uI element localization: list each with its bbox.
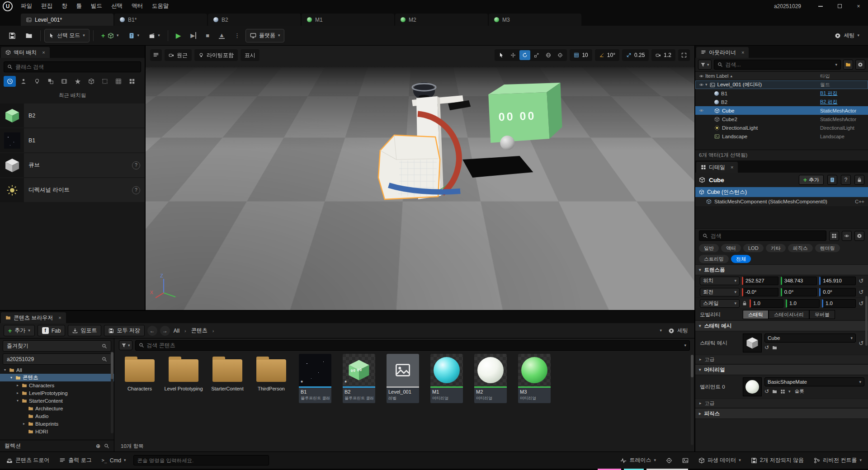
material-dropdown[interactable]: BasicShapeMate▾	[764, 377, 864, 386]
tree-item-blueprints[interactable]: ▸Blueprints	[0, 420, 114, 428]
tab-level-001[interactable]: Level_001*	[21, 14, 113, 26]
section-materials[interactable]: ▾머티리얼	[695, 364, 868, 375]
console-input[interactable]	[133, 455, 269, 465]
grid-scrollbar[interactable]	[691, 355, 693, 445]
eject-button[interactable]: ▲	[215, 29, 229, 42]
tree-item-architecture[interactable]: Architecture	[0, 404, 114, 412]
cinematics-button[interactable]: ▾	[145, 29, 164, 42]
play-button[interactable]: ▶	[172, 29, 185, 42]
tab-outliner[interactable]: 아웃라이너×	[696, 47, 749, 58]
derived-data-button[interactable]: 파생 데이터▾	[696, 455, 744, 466]
select-mode-dropdown[interactable]: 선택 모드▾	[44, 29, 90, 42]
instance-row[interactable]: Cube (인스턴스)	[695, 187, 868, 197]
add-component-button[interactable]: +추가	[799, 175, 824, 185]
category-visual-effects[interactable]	[71, 76, 84, 87]
category-cinematic[interactable]	[58, 76, 70, 87]
add-collection-icon[interactable]: ⊕	[96, 443, 100, 449]
folder-tile-startercontent[interactable]: StarterContent	[208, 354, 247, 392]
menu-select[interactable]: 선택	[107, 0, 127, 12]
edit-link[interactable]: B2 편집	[820, 99, 838, 104]
tab-m1[interactable]: M1	[302, 14, 394, 26]
materials-advanced[interactable]: ▸고급	[695, 399, 868, 408]
place-item-b2[interactable]: B2	[0, 103, 145, 127]
use-selected-icon[interactable]: ↺	[764, 344, 769, 351]
back-button[interactable]: ←	[147, 326, 157, 336]
category-basic[interactable]	[17, 76, 29, 87]
breadcrumb-all[interactable]: All	[173, 328, 180, 334]
perspective-dropdown[interactable]: 원근	[165, 49, 192, 61]
static-mesh-advanced[interactable]: ▸고급	[695, 355, 868, 364]
tree-item-all[interactable]: ▾All	[0, 366, 114, 374]
place-item-directional-light[interactable]: 디렉셔널 라이트 ?	[0, 178, 145, 202]
eye-icon[interactable]	[699, 82, 704, 87]
filter-general[interactable]: 일반	[699, 244, 719, 252]
platforms-dropdown[interactable]: 플랫폼▾	[245, 29, 285, 42]
tree-scrollbar[interactable]	[111, 352, 113, 433]
scale-y-field[interactable]: 1.0	[786, 299, 820, 308]
stop-button[interactable]: ■	[202, 29, 213, 42]
category-ui[interactable]	[112, 76, 124, 87]
menu-window[interactable]: 창	[57, 0, 72, 12]
asset-tile-m3[interactable]: M3머티리얼	[514, 354, 554, 403]
project-root-header[interactable]: a20251029	[3, 353, 111, 365]
tab-details[interactable]: 디테일×	[696, 162, 738, 173]
maximize-viewport-button[interactable]	[678, 49, 690, 61]
place-item-cube[interactable]: 큐브 ?	[0, 153, 145, 177]
chevron-down-icon[interactable]: ▾	[660, 329, 662, 333]
menu-help[interactable]: 도움말	[147, 0, 174, 12]
tree-item-characters[interactable]: ▸Characters	[0, 381, 114, 389]
reset-icon[interactable]: ↺	[858, 289, 864, 296]
scale-snap-button[interactable]: 0.25	[622, 49, 649, 61]
menu-file[interactable]: 파일	[16, 0, 37, 12]
location-x-field[interactable]: 252.527	[742, 277, 778, 285]
tree-item-levelprototyping[interactable]: ▸LevelPrototyping	[0, 389, 114, 397]
rotation-y-field[interactable]: 0.0°	[781, 288, 817, 296]
tab-b1[interactable]: B1*	[114, 14, 207, 26]
search-icon[interactable]	[102, 357, 107, 362]
scale-tool-button[interactable]	[531, 50, 542, 60]
category-recent[interactable]	[4, 76, 16, 87]
reset-icon[interactable]: ↺	[858, 300, 864, 307]
scale-z-field[interactable]: 1.0	[822, 299, 856, 308]
help-icon[interactable]: ?	[132, 161, 140, 169]
menu-edit[interactable]: 편집	[37, 0, 57, 12]
filter-misc[interactable]: 기타	[766, 244, 786, 252]
chevron-down-icon[interactable]: ▾	[684, 343, 686, 348]
close-icon[interactable]: ×	[42, 50, 45, 55]
browse-icon[interactable]	[772, 345, 777, 350]
component-row[interactable]: StaticMeshComponent (StaticMeshComponent…	[695, 197, 868, 206]
viewport[interactable]: 00 00 Z X 원근 라이팅포함 표시	[146, 46, 694, 310]
rotation-x-field[interactable]: -0.0°	[742, 288, 778, 296]
asset-tile-b1[interactable]: * B1블루프린트 클래스	[295, 354, 335, 403]
filter-button[interactable]: ▾	[119, 340, 132, 350]
trace-button[interactable]: 트레이스▾	[618, 455, 659, 466]
asset-search-input[interactable]	[147, 342, 682, 348]
small-sphere-mesh[interactable]	[500, 136, 514, 150]
close-button[interactable]: ×	[849, 0, 868, 12]
surface-snap-button[interactable]	[555, 50, 566, 60]
asset-tile-m2[interactable]: M2머티리얼	[471, 354, 510, 403]
filter-physics[interactable]: 피직스	[788, 244, 813, 252]
lock-scale-icon[interactable]	[742, 301, 747, 306]
tree-item-audio[interactable]: Audio	[0, 412, 114, 420]
save-all-button[interactable]: 모두 저장	[104, 325, 144, 336]
screenshot-button[interactable]	[679, 455, 691, 466]
details-search-input[interactable]	[711, 233, 823, 239]
output-log-button[interactable]: 출력 로그	[57, 455, 94, 466]
blueprints-button[interactable]: ▾	[124, 29, 144, 42]
filter-lod[interactable]: LOD	[743, 244, 764, 252]
settings-button[interactable]: 세팅▾	[830, 29, 863, 42]
static-mesh-dropdown[interactable]: Cube▾	[764, 334, 856, 343]
location-y-field[interactable]: 348.743	[781, 277, 817, 285]
menu-tools[interactable]: 툴	[72, 0, 87, 12]
tab-m3[interactable]: M3	[489, 14, 581, 26]
menu-build[interactable]: 빌드	[86, 0, 107, 12]
minimize-button[interactable]	[811, 0, 830, 12]
move-tool-button[interactable]	[508, 50, 519, 60]
asset-tile-m1[interactable]: M1머티리얼	[427, 354, 467, 403]
outliner-row-cube[interactable]: Cube StaticMeshActor	[695, 106, 868, 115]
folder-tile-characters[interactable]: Characters	[120, 354, 160, 392]
use-selected-icon[interactable]: ↺	[764, 388, 769, 395]
category-all-classes[interactable]	[126, 76, 138, 87]
tab-b2[interactable]: B2	[208, 14, 301, 26]
